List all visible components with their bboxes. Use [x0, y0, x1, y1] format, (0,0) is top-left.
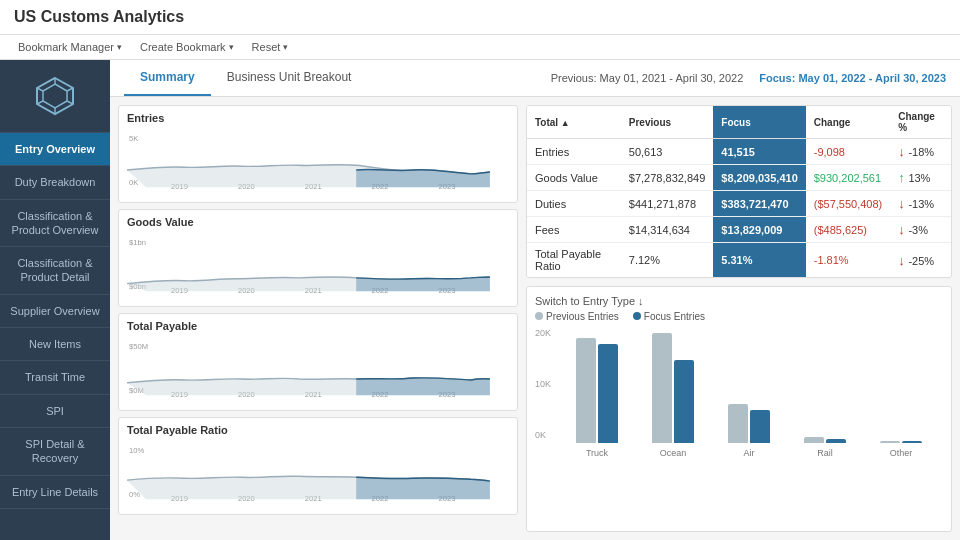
- table-cell: ↓ -25%: [890, 243, 951, 278]
- svg-text:0K: 0K: [129, 178, 138, 187]
- table-cell: -1.81%: [806, 243, 891, 278]
- legend: Previous EntriesFocus Entries: [535, 311, 943, 322]
- bookmark-manager-button[interactable]: Bookmark Manager ▾: [14, 39, 126, 55]
- table-cell: $441,271,878: [621, 191, 713, 217]
- stats-header-4: Change %: [890, 106, 951, 139]
- bar-label: Ocean: [660, 448, 687, 458]
- bar-focus: [902, 441, 922, 443]
- legend-item: Previous Entries: [535, 311, 619, 322]
- sidebar-item-classification-product-detail[interactable]: Classification & Product Detail: [0, 247, 110, 295]
- bar-previous: [652, 333, 672, 443]
- stats-header-0: Total ▲: [527, 106, 621, 139]
- stats-table: Total ▲PreviousFocusChangeChange %Entrie…: [526, 105, 952, 278]
- table-cell: $383,721,470: [713, 191, 805, 217]
- chart-title-goods-value: Goods Value: [127, 216, 509, 228]
- bar-group-other: Other: [863, 441, 939, 458]
- reset-button[interactable]: Reset ▾: [248, 39, 293, 55]
- table-cell: -9,098: [806, 139, 891, 165]
- stats-header-2: Focus: [713, 106, 805, 139]
- sidebar-item-spi-detail-recovery[interactable]: SPI Detail & Recovery: [0, 428, 110, 476]
- bar-group-truck: Truck: [559, 338, 635, 458]
- bar-group-ocean: Ocean: [635, 333, 711, 458]
- svg-marker-1: [43, 84, 67, 108]
- previous-date: Previous: May 01, 2021 - April 30, 2022: [551, 72, 744, 84]
- chart-total-payable: Total Payable$50M$0M20192020202120222023: [118, 313, 518, 411]
- arrow-down-icon: ↓: [898, 222, 908, 237]
- table-cell: ($57,550,408): [806, 191, 891, 217]
- table-row: Fees$14,314,634$13,829,009($485,625)↓ -3…: [527, 217, 951, 243]
- table-cell: ↓ -3%: [890, 217, 951, 243]
- table-cell: 50,613: [621, 139, 713, 165]
- table-cell: Entries: [527, 139, 621, 165]
- create-bookmark-button[interactable]: Create Bookmark ▾: [136, 39, 238, 55]
- sidebar-item-entry-line-details[interactable]: Entry Line Details: [0, 476, 110, 509]
- table-cell: $930,202,561: [806, 165, 891, 191]
- sidebar-item-duty-breakdown[interactable]: Duty Breakdown: [0, 166, 110, 199]
- bar-focus: [826, 439, 846, 443]
- bar-label: Truck: [586, 448, 608, 458]
- svg-text:10%: 10%: [129, 446, 144, 455]
- content-area: SummaryBusiness Unit Breakout Previous: …: [110, 60, 960, 540]
- table-cell: $7,278,832,849: [621, 165, 713, 191]
- bar-chart-area: TruckOceanAirRailOther: [535, 328, 943, 458]
- bar-previous: [576, 338, 596, 443]
- legend-item: Focus Entries: [633, 311, 705, 322]
- arrow-down-icon: ↓: [898, 253, 908, 268]
- tab-summary[interactable]: Summary: [124, 60, 211, 96]
- table-cell: $8,209,035,410: [713, 165, 805, 191]
- sidebar-item-supplier-overview[interactable]: Supplier Overview: [0, 295, 110, 328]
- bar-label: Rail: [817, 448, 833, 458]
- bar-previous: [880, 441, 900, 443]
- sidebar: Entry OverviewDuty BreakdownClassificati…: [0, 60, 110, 540]
- bar-label: Other: [890, 448, 913, 458]
- sidebar-item-transit-time[interactable]: Transit Time: [0, 361, 110, 394]
- app-title: US Customs Analytics: [14, 8, 184, 25]
- svg-text:5K: 5K: [129, 134, 138, 143]
- legend-dot: [535, 312, 543, 320]
- chart-title-total-payable-ratio: Total Payable Ratio: [127, 424, 509, 436]
- sidebar-logo: [0, 60, 110, 133]
- svg-text:$50M: $50M: [129, 342, 148, 351]
- table-row: Total Payable Ratio7.12%5.31%-1.81%↓ -25…: [527, 243, 951, 278]
- chart-total-payable-ratio: Total Payable Ratio10%0%2019202020212022…: [118, 417, 518, 515]
- sidebar-item-spi[interactable]: SPI: [0, 395, 110, 428]
- tabs-row: SummaryBusiness Unit Breakout Previous: …: [110, 60, 960, 97]
- bar-previous: [804, 437, 824, 443]
- svg-text:0%: 0%: [129, 490, 140, 499]
- tab-business-unit-breakout[interactable]: Business Unit Breakout: [211, 60, 368, 96]
- bar-chart: 20K10K0K TruckOceanAirRailOther: [535, 328, 943, 458]
- table-cell: $14,314,634: [621, 217, 713, 243]
- bar-focus: [598, 344, 618, 443]
- table-cell: Duties: [527, 191, 621, 217]
- chart-title-entries: Entries: [127, 112, 509, 124]
- table-cell: Total Payable Ratio: [527, 243, 621, 278]
- entry-type-card: Switch to Entry Type ↓ Previous EntriesF…: [526, 286, 952, 532]
- table-cell: Fees: [527, 217, 621, 243]
- table-cell: $13,829,009: [713, 217, 805, 243]
- chart-goods-value: Goods Value$1bn$0bn20192020202120222023: [118, 209, 518, 307]
- table-cell: 41,515: [713, 139, 805, 165]
- sidebar-item-new-items[interactable]: New Items: [0, 328, 110, 361]
- svg-text:$1bn: $1bn: [129, 238, 146, 247]
- bar-label: Air: [744, 448, 755, 458]
- arrow-down-icon: ↓: [898, 144, 908, 159]
- table-cell: 7.12%: [621, 243, 713, 278]
- toolbar: Bookmark Manager ▾ Create Bookmark ▾ Res…: [0, 35, 960, 60]
- stats-header-1: Previous: [621, 106, 713, 139]
- arrow-down-icon: ↓: [898, 196, 908, 211]
- bar-focus: [674, 360, 694, 443]
- bar-group-rail: Rail: [787, 437, 863, 458]
- sidebar-item-entry-overview[interactable]: Entry Overview: [0, 133, 110, 166]
- bar-focus: [750, 410, 770, 443]
- stats-header-3: Change: [806, 106, 891, 139]
- table-cell: ↑ 13%: [890, 165, 951, 191]
- table-row: Entries50,61341,515-9,098↓ -18%: [527, 139, 951, 165]
- table-row: Duties$441,271,878$383,721,470($57,550,4…: [527, 191, 951, 217]
- bar-previous: [728, 404, 748, 443]
- table-cell: Goods Value: [527, 165, 621, 191]
- table-cell: ↓ -18%: [890, 139, 951, 165]
- sidebar-item-classification-product-overview[interactable]: Classification & Product Overview: [0, 200, 110, 248]
- table-cell: 5.31%: [713, 243, 805, 278]
- chart-title-total-payable: Total Payable: [127, 320, 509, 332]
- entry-type-title: Switch to Entry Type ↓: [535, 295, 943, 307]
